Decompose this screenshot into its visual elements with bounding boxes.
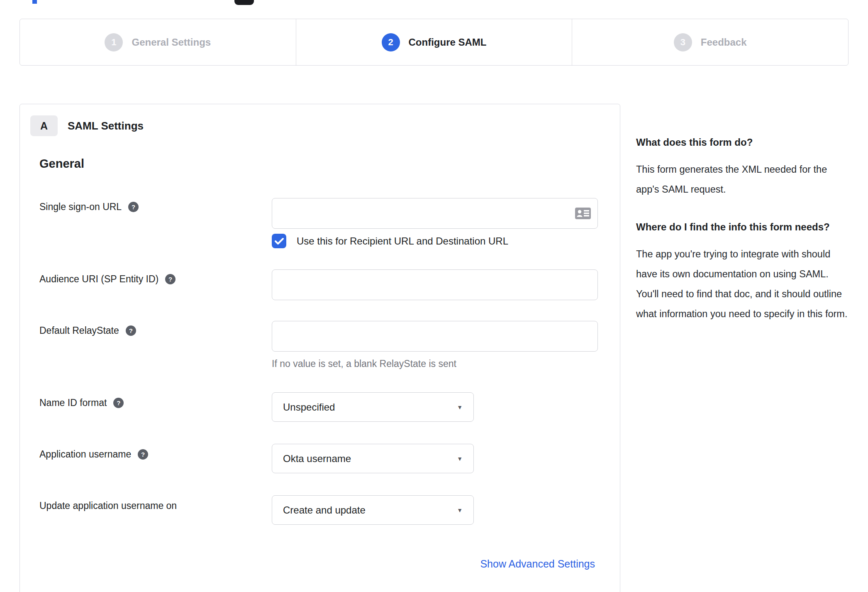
- sidebar-body-what: This form generates the XML needed for t…: [636, 159, 848, 199]
- page-title-fragment-blue: [32, 0, 37, 4]
- sso-url-input[interactable]: [272, 198, 598, 229]
- update-username-label: Update application username on: [39, 500, 177, 511]
- section-title: SAML Settings: [68, 120, 144, 132]
- step-number-badge: 2: [382, 33, 400, 51]
- sidebar-heading-what: What does this form do?: [636, 132, 848, 153]
- chevron-down-icon: ▼: [457, 404, 463, 411]
- app-username-value: Okta username: [283, 453, 457, 465]
- name-id-format-label: Name ID format: [39, 397, 107, 409]
- sso-checkbox-row: Use this for Recipient URL and Destinati…: [272, 234, 508, 248]
- step-label: General Settings: [132, 37, 211, 48]
- chevron-down-icon: ▼: [457, 455, 463, 462]
- sidebar-heading-where: Where do I find the info this form needs…: [636, 217, 848, 237]
- app-username-label-row: Application username ?: [39, 449, 148, 460]
- chevron-down-icon: ▼: [457, 507, 463, 514]
- step-general-settings[interactable]: 1 General Settings: [20, 19, 296, 65]
- audience-uri-input[interactable]: [272, 269, 598, 300]
- name-id-format-select[interactable]: Unspecified ▼: [272, 392, 474, 422]
- help-sidebar: What does this form do? This form genera…: [636, 132, 848, 341]
- sso-url-label-row: Single sign-on URL ?: [39, 201, 139, 213]
- recipient-url-checkbox[interactable]: [272, 234, 286, 248]
- app-username-help-icon[interactable]: ?: [138, 449, 148, 460]
- name-id-format-value: Unspecified: [283, 401, 457, 413]
- relay-state-label-row: Default RelayState ?: [39, 325, 136, 336]
- audience-uri-label: Audience URI (SP Entity ID): [39, 274, 158, 285]
- step-label: Configure SAML: [409, 37, 487, 48]
- relay-state-input[interactable]: [272, 321, 598, 352]
- sso-url-label: Single sign-on URL: [39, 201, 122, 213]
- update-username-select[interactable]: Create and update ▼: [272, 495, 474, 525]
- relay-state-help-icon[interactable]: ?: [126, 325, 136, 336]
- show-advanced-settings-link[interactable]: Show Advanced Settings: [480, 558, 595, 570]
- wizard-stepper: 1 General Settings 2 Configure SAML 3 Fe…: [20, 19, 848, 66]
- audience-uri-help-icon[interactable]: ?: [165, 274, 176, 284]
- name-id-format-help-icon[interactable]: ?: [113, 398, 124, 408]
- name-id-format-label-row: Name ID format ?: [39, 397, 124, 409]
- step-number-badge: 3: [674, 33, 692, 51]
- step-feedback[interactable]: 3 Feedback: [572, 19, 848, 65]
- page-title-fragment-dark: [234, 0, 254, 5]
- app-username-label: Application username: [39, 449, 131, 460]
- general-group-heading: General: [39, 157, 84, 171]
- saml-settings-card: A SAML Settings General Single sign-on U…: [20, 104, 620, 592]
- step-configure-saml[interactable]: 2 Configure SAML: [296, 19, 572, 65]
- update-username-value: Create and update: [283, 504, 457, 516]
- step-label: Feedback: [701, 37, 747, 48]
- app-username-select[interactable]: Okta username ▼: [272, 444, 474, 473]
- audience-uri-label-row: Audience URI (SP Entity ID) ?: [39, 274, 176, 285]
- relay-state-hint: If no value is set, a blank RelayState i…: [272, 358, 456, 369]
- step-number-badge: 1: [105, 33, 123, 51]
- section-badge: A: [30, 115, 58, 136]
- sso-url-help-icon[interactable]: ?: [128, 202, 139, 212]
- recipient-url-checkbox-label: Use this for Recipient URL and Destinati…: [297, 235, 508, 247]
- sidebar-body-where: The app you're trying to integrate with …: [636, 244, 848, 324]
- relay-state-label: Default RelayState: [39, 325, 119, 336]
- update-username-label-row: Update application username on: [39, 500, 177, 511]
- contact-card-icon[interactable]: [575, 207, 591, 220]
